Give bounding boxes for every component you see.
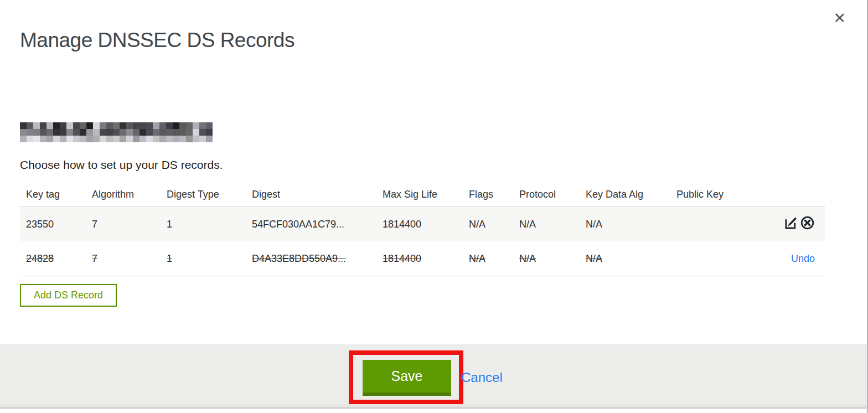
cell-digest: 54FCF030AA1C79... — [252, 219, 344, 230]
table-row-deleted: 24828 7 1 D4A33E8DD550A9... 1814400 N/A … — [20, 241, 825, 276]
page-title: Manage DNSSEC DS Records — [20, 29, 294, 52]
save-button[interactable]: Save — [363, 360, 451, 396]
table-header-row: Key tag Algorithm Digest Type Digest Max… — [20, 183, 825, 207]
instruction-text: Choose how to set up your DS records. — [20, 158, 223, 172]
footer-bottom-strip — [0, 404, 868, 407]
cell-digest-type: 1 — [167, 253, 172, 264]
cell-key-data-alg: N/A — [586, 253, 602, 264]
cell-algorithm: 7 — [92, 253, 97, 264]
cell-flags: N/A — [469, 219, 485, 230]
column-header-key-tag: Key tag — [20, 183, 86, 207]
cell-max-sig-life: 1814400 — [383, 253, 421, 264]
cell-max-sig-life: 1814400 — [383, 219, 421, 230]
cancel-link[interactable]: Cancel — [461, 370, 503, 385]
column-header-flags: Flags — [463, 183, 513, 207]
column-header-protocol: Protocol — [513, 183, 580, 207]
cell-protocol: N/A — [519, 253, 536, 264]
ds-records-table: Key tag Algorithm Digest Type Digest Max… — [20, 183, 825, 276]
column-header-public-key: Public Key — [670, 183, 753, 207]
column-header-max-sig-life: Max Sig Life — [376, 183, 463, 207]
cell-key-tag: 23550 — [26, 219, 54, 230]
table-row: 23550 7 1 54FCF030AA1C79... 1814400 N/A … — [20, 207, 825, 242]
undo-link[interactable]: Undo — [791, 253, 815, 264]
add-ds-record-button[interactable]: Add DS Record — [20, 284, 117, 307]
column-header-algorithm: Algorithm — [86, 183, 161, 207]
column-header-actions — [753, 183, 825, 207]
redacted-domain-name — [20, 122, 213, 142]
manage-dnssec-ds-records-modal: Manage DNSSEC DS Records ✕ Choose how to… — [0, 0, 868, 413]
cell-algorithm: 7 — [92, 219, 97, 230]
cell-key-data-alg: N/A — [586, 219, 602, 230]
column-header-digest: Digest — [246, 183, 376, 207]
close-icon[interactable]: ✕ — [833, 11, 846, 26]
column-header-key-data-alg: Key Data Alg — [580, 183, 670, 207]
cell-protocol: N/A — [519, 219, 536, 230]
cell-flags: N/A — [469, 253, 485, 264]
column-header-digest-type: Digest Type — [161, 183, 246, 207]
cell-digest-type: 1 — [167, 219, 172, 230]
edit-record-icon[interactable] — [784, 215, 799, 230]
delete-record-icon[interactable] — [800, 215, 815, 230]
cell-key-tag: 24828 — [26, 253, 54, 264]
cell-digest: D4A33E8DD550A9... — [252, 253, 346, 264]
